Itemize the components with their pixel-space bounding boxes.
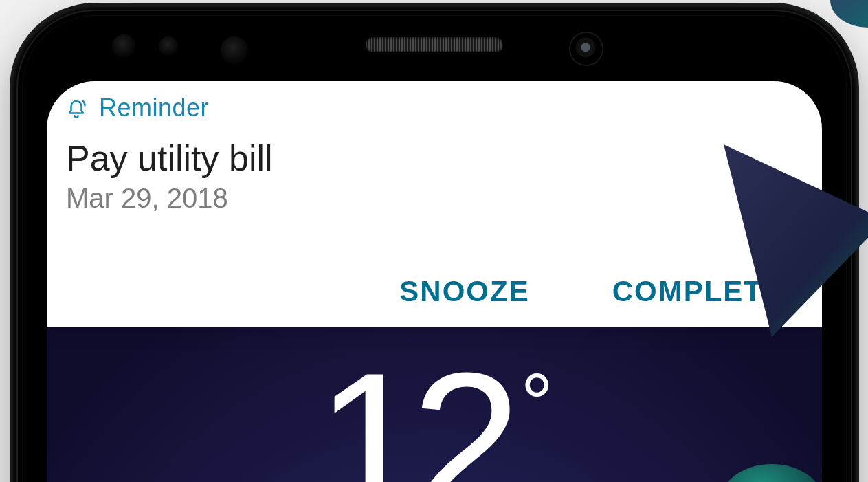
notification-app-label: Reminder <box>99 94 209 122</box>
lockscreen-temperature: 12° <box>315 342 554 482</box>
snooze-button[interactable]: SNOOZE <box>399 275 529 308</box>
notification-header: Reminder <box>47 81 822 122</box>
decor-cone-top <box>827 0 868 41</box>
ambient-sensor <box>221 36 248 64</box>
temperature-value: 12 <box>315 331 507 482</box>
front-camera <box>570 33 602 65</box>
bell-icon <box>66 96 87 120</box>
temperature-unit: ° <box>520 357 553 449</box>
decor-cone-mid <box>696 138 868 344</box>
earpiece-speaker <box>366 37 503 52</box>
svg-point-0 <box>830 0 868 28</box>
iris-sensor <box>112 34 135 58</box>
decor-cone-bottom <box>717 440 827 482</box>
proximity-sensor <box>159 36 178 56</box>
svg-point-2 <box>720 464 823 482</box>
